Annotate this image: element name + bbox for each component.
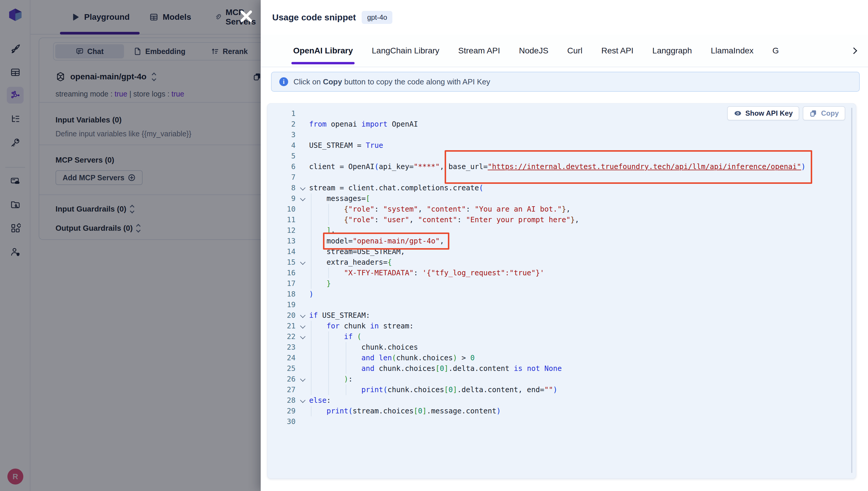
line-number: 19 bbox=[268, 299, 296, 310]
line-number: 29 bbox=[268, 406, 296, 416]
line-number: 2 bbox=[268, 119, 296, 129]
code-line: 18) bbox=[268, 289, 849, 299]
line-number: 22 bbox=[268, 331, 296, 342]
line-number: 20 bbox=[268, 310, 296, 321]
copy-icon bbox=[809, 109, 817, 117]
line-number: 10 bbox=[268, 204, 296, 214]
line-number: 6 bbox=[268, 162, 296, 172]
snippet-tab-curl[interactable]: Curl bbox=[567, 34, 582, 67]
code-line: 2from openai import OpenAI bbox=[268, 119, 849, 129]
model-annotation-box bbox=[323, 233, 449, 250]
line-number: 9 bbox=[268, 193, 296, 204]
line-number: 1 bbox=[268, 108, 296, 119]
modal-header: Usage code snippet gpt-4o bbox=[261, 0, 868, 34]
code-line: 15 extra_headers={ bbox=[268, 257, 849, 268]
close-icon bbox=[237, 7, 255, 25]
snippet-tab-nodejs[interactable]: NodeJS bbox=[519, 34, 549, 67]
copy-code-button[interactable]: Copy bbox=[803, 106, 845, 120]
code-line: 27 print(chunk.choices[0].delta.content,… bbox=[268, 384, 849, 395]
fold-chevron-icon[interactable] bbox=[299, 331, 307, 342]
snippet-tab-llamaindex[interactable]: LlamaIndex bbox=[711, 34, 754, 67]
close-modal-button[interactable] bbox=[237, 7, 255, 25]
code-line: 17 } bbox=[268, 278, 849, 289]
line-number: 8 bbox=[268, 183, 296, 193]
line-number: 13 bbox=[268, 236, 296, 247]
info-banner: i Click on Copy button to copy the code … bbox=[271, 72, 860, 92]
code-line: 24 and len(chunk.choices) > 0 bbox=[268, 353, 849, 363]
usage-code-snippet-modal: Usage code snippet gpt-4o OpenAI Library… bbox=[261, 0, 868, 491]
line-number: 26 bbox=[268, 374, 296, 384]
code-line: 11 {"role": "user", "content": "Enter yo… bbox=[268, 214, 849, 225]
code-line: 20if USE_STREAM: bbox=[268, 310, 849, 321]
chevron-right-icon bbox=[850, 47, 857, 54]
snippet-tab-rest-api[interactable]: Rest API bbox=[601, 34, 634, 67]
line-number: 14 bbox=[268, 247, 296, 257]
line-number: 23 bbox=[268, 342, 296, 353]
code-line: 28else: bbox=[268, 395, 849, 406]
modal-backdrop[interactable] bbox=[0, 0, 261, 491]
code-scrollbar[interactable] bbox=[851, 108, 852, 473]
line-number: 7 bbox=[268, 172, 296, 183]
fold-chevron-icon[interactable] bbox=[299, 257, 307, 268]
line-number: 17 bbox=[268, 278, 296, 289]
model-badge: gpt-4o bbox=[362, 11, 392, 24]
snippet-tab-langgraph[interactable]: Langgraph bbox=[652, 34, 692, 67]
line-number: 30 bbox=[268, 416, 296, 427]
code-line: 21 for chunk in stream: bbox=[268, 321, 849, 331]
line-number: 25 bbox=[268, 363, 296, 374]
code-line: 9 messages=[ bbox=[268, 193, 849, 204]
snippet-tab-g[interactable]: G bbox=[772, 34, 779, 67]
screen: R Playground Models MCP Servers Chat bbox=[0, 0, 868, 491]
snippet-tab-openai-library[interactable]: OpenAI Library bbox=[293, 34, 353, 67]
code-viewer: Show API Key Copy 12from openai import O… bbox=[267, 103, 856, 479]
line-number: 15 bbox=[268, 257, 296, 268]
show-api-key-button[interactable]: Show API Key bbox=[727, 106, 799, 120]
fold-chevron-icon[interactable] bbox=[299, 374, 307, 384]
line-number: 3 bbox=[268, 129, 296, 140]
line-number: 27 bbox=[268, 384, 296, 395]
snippet-tab-langchain-library[interactable]: LangChain Library bbox=[372, 34, 439, 67]
code-line: 4USE_STREAM = True bbox=[268, 140, 849, 151]
line-number: 21 bbox=[268, 321, 296, 331]
code-line: 30 bbox=[268, 416, 849, 427]
line-number: 12 bbox=[268, 225, 296, 236]
eye-icon bbox=[734, 109, 742, 117]
code-line: 29 print(stream.choices[0].message.conte… bbox=[268, 406, 849, 416]
info-icon: i bbox=[279, 77, 288, 86]
code-line: 8stream = client.chat.completions.create… bbox=[268, 183, 849, 193]
fold-chevron-icon[interactable] bbox=[299, 395, 307, 406]
snippet-tabs: OpenAI LibraryLangChain LibraryStream AP… bbox=[261, 34, 868, 67]
line-number: 18 bbox=[268, 289, 296, 299]
code-line: 16 "X-TFY-METADATA": '{"tfy_log_request"… bbox=[268, 268, 849, 278]
fold-chevron-icon[interactable] bbox=[299, 193, 307, 204]
fold-chevron-icon[interactable] bbox=[299, 310, 307, 321]
modal-title: Usage code snippet bbox=[272, 12, 356, 22]
line-number: 4 bbox=[268, 140, 296, 151]
snippet-tab-stream-api[interactable]: Stream API bbox=[458, 34, 500, 67]
line-number: 28 bbox=[268, 395, 296, 406]
code-line: 19 bbox=[268, 299, 849, 310]
code-line: 22 if ( bbox=[268, 331, 849, 342]
code-line: 26 ): bbox=[268, 374, 849, 384]
code-line: 23 chunk.choices bbox=[268, 342, 849, 353]
base-url-annotation-box bbox=[445, 150, 812, 184]
fold-chevron-icon[interactable] bbox=[299, 321, 307, 331]
code-line: 10 {"role": "system", "content": "You ar… bbox=[268, 204, 849, 214]
line-number: 5 bbox=[268, 151, 296, 162]
fold-chevron-icon[interactable] bbox=[299, 183, 307, 193]
line-number: 16 bbox=[268, 268, 296, 278]
line-number: 24 bbox=[268, 353, 296, 363]
code-line: 3 bbox=[268, 129, 849, 140]
line-number: 11 bbox=[268, 214, 296, 225]
tabs-scroll-right-button[interactable] bbox=[845, 34, 862, 67]
code-line: 25 and chunk.choices[0].delta.content is… bbox=[268, 363, 849, 374]
code-actions: Show API Key Copy bbox=[727, 106, 845, 120]
